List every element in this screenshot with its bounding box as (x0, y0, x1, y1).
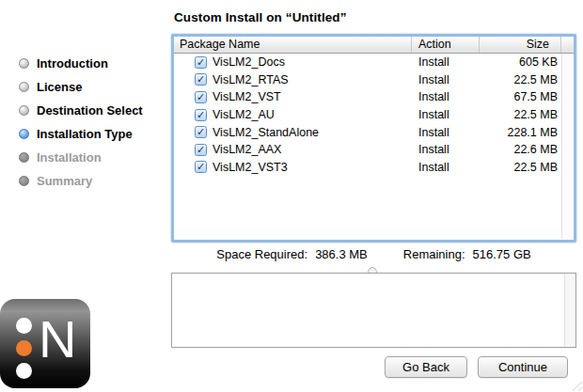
sidebar-item-destination-select: Destination Select (19, 99, 169, 122)
package-table-header: Package Name Action Size (174, 37, 574, 54)
logo-letter: N (39, 311, 76, 368)
step-upcoming-bullet-icon (19, 152, 29, 163)
package-size: 605 KB (480, 55, 561, 69)
table-row[interactable]: ✓VisLM2_VST Install 67.5 MB (174, 88, 574, 106)
package-size: 22.5 MB (480, 161, 561, 174)
window-resize-grip-icon[interactable] (570, 379, 582, 391)
step-upcoming-bullet-icon (19, 176, 29, 186)
sidebar-item-installation-type: Installation Type (19, 122, 169, 146)
checkbox-checked-icon[interactable]: ✓ (195, 126, 207, 138)
package-table: Package Name Action Size ✓VisLM2_Docs In… (171, 34, 576, 243)
table-row[interactable]: ✓VisLM2_AAX Install 22.6 MB (174, 141, 574, 159)
space-required-label: Space Required: (216, 247, 307, 262)
package-name: VisLM2_RTAS (213, 73, 289, 86)
checkbox-checked-icon[interactable]: ✓ (195, 73, 207, 86)
column-header-package-name[interactable]: Package Name (174, 37, 412, 53)
package-table-body: ✓VisLM2_Docs Install 605 KB ✓VisLM2_RTAS… (174, 54, 574, 239)
table-scrollbar[interactable] (561, 54, 574, 239)
step-current-bullet-icon (19, 129, 29, 139)
step-label: Installation (37, 150, 102, 165)
step-label: Installation Type (37, 127, 133, 141)
package-name: VisLM2_VST (213, 90, 281, 103)
package-name: VisLM2_VST3 (213, 161, 288, 174)
space-summary: Space Required: 386.3 MB Remaining: 516.… (171, 247, 576, 262)
step-label: Summary (37, 174, 92, 188)
table-row[interactable]: ✓VisLM2_AU Install 22.5 MB (174, 106, 574, 124)
checkbox-checked-icon[interactable]: ✓ (195, 161, 207, 173)
sidebar-item-installation: Installation (19, 146, 169, 169)
column-header-size[interactable]: Size (480, 37, 561, 53)
package-action: Install (412, 55, 480, 69)
checkbox-checked-icon[interactable]: ✓ (195, 144, 207, 156)
package-name: VisLM2_Docs (213, 55, 285, 69)
continue-button[interactable]: Continue (478, 356, 568, 378)
description-scrollbar[interactable] (564, 274, 575, 347)
table-row[interactable]: ✓VisLM2_RTAS Install 22.5 MB (174, 71, 574, 89)
nugen-logo: N (0, 299, 90, 388)
table-row[interactable]: ✓VisLM2_Docs Install 605 KB (174, 54, 574, 71)
logo-dot-icon (16, 340, 32, 356)
step-label: Introduction (37, 56, 108, 71)
package-size: 228.1 MB (480, 126, 561, 139)
table-row[interactable]: ✓VisLM2_StandAlone Install 228.1 MB (174, 123, 574, 141)
sidebar-item-introduction: Introduction (19, 52, 169, 75)
remaining-label: Remaining: (403, 247, 465, 262)
remaining-value: 516.75 GB (473, 247, 531, 262)
column-header-action[interactable]: Action (412, 37, 480, 53)
sidebar-item-summary: Summary (19, 169, 169, 193)
package-action: Install (412, 161, 480, 174)
package-size: 67.5 MB (480, 90, 561, 103)
package-name: VisLM2_StandAlone (213, 126, 319, 139)
logo-dot-icon (16, 363, 32, 379)
package-action: Install (412, 143, 480, 156)
step-done-bullet-icon (19, 105, 29, 116)
column-header-spacer (561, 37, 574, 53)
step-done-bullet-icon (19, 58, 29, 69)
sidebar-item-license: License (19, 75, 169, 99)
checkbox-checked-icon[interactable]: ✓ (195, 91, 207, 103)
installer-window: Custom Install on “Untitled” Introductio… (0, 0, 583, 392)
package-size: 22.5 MB (480, 108, 561, 121)
installer-steps-sidebar: Introduction License Destination Select … (19, 52, 169, 193)
step-label: License (37, 80, 82, 94)
package-size: 22.5 MB (480, 73, 561, 86)
package-name: VisLM2_AU (213, 108, 275, 121)
checkbox-checked-icon[interactable]: ✓ (195, 56, 207, 69)
go-back-button[interactable]: Go Back (385, 356, 467, 378)
space-required-value: 386.3 MB (315, 247, 368, 262)
description-box (171, 273, 576, 348)
package-action: Install (412, 126, 480, 139)
step-done-bullet-icon (19, 82, 29, 92)
package-size: 22.6 MB (480, 143, 561, 156)
package-action: Install (412, 73, 480, 86)
package-action: Install (412, 90, 480, 103)
page-title: Custom Install on “Untitled” (174, 10, 347, 24)
package-action: Install (412, 108, 480, 121)
package-name: VisLM2_AAX (213, 143, 281, 156)
logo-dot-icon (16, 318, 32, 334)
step-label: Destination Select (37, 103, 143, 118)
checkbox-checked-icon[interactable]: ✓ (195, 109, 207, 121)
table-row[interactable]: ✓VisLM2_VST3 Install 22.5 MB (174, 159, 574, 177)
